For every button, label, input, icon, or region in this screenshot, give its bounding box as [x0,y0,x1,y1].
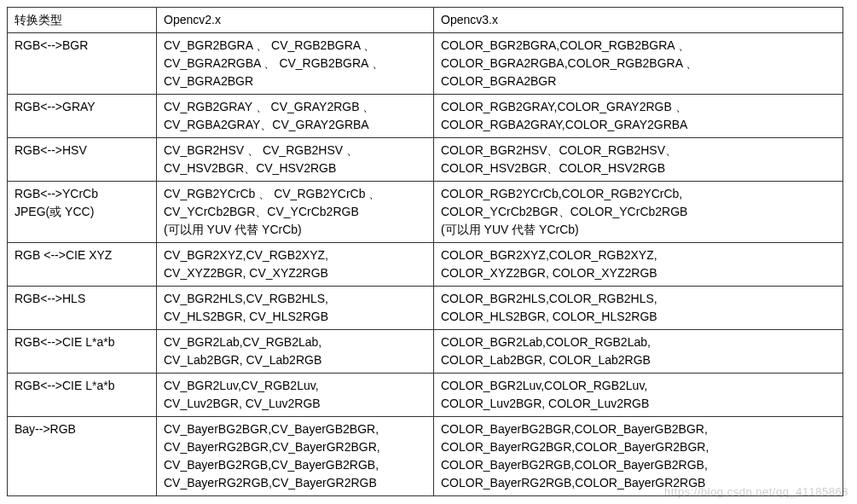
cell: COLOR_RGB2GRAY,COLOR_GRAY2RGB 、COLOR_RGB… [434,95,843,138]
table-row: RGB<-->YCrCbJPEG(或 YCC)CV_RGB2YCrCb 、 CV… [8,182,843,243]
cell-line: COLOR_BGR2HLS,COLOR_RGB2HLS, [441,290,836,308]
cell-line: COLOR_BGR2HSV、COLOR_RGB2HSV、 [441,142,836,159]
cell-line: CV_XYZ2BGR, CV_XYZ2RGB [164,264,426,282]
header-opencv3: Opencv3.x [434,8,843,33]
cell-line: CV_RGBA2GRAY、CV_GRAY2GRBA [164,116,426,134]
cell: COLOR_BGR2Lab,COLOR_RGB2Lab,COLOR_Lab2BG… [434,330,843,374]
cell: CV_BGR2HSV 、 CV_RGB2HSV 、CV_HSV2BGR、CV_H… [157,138,434,182]
cell-line: COLOR_XYZ2BGR, COLOR_XYZ2RGB [441,264,836,282]
cell-line: COLOR_YCrCb2BGR、COLOR_YCrCb2RGB [441,203,836,221]
cell: RGB<-->HSV [8,138,157,182]
cell: CV_BGR2XYZ,CV_RGB2XYZ,CV_XYZ2BGR, CV_XYZ… [157,243,434,287]
conversion-table: 转换类型 Opencv2.x Opencv3.x RGB<-->BGRCV_BG… [7,7,843,496]
cell: CV_BayerBG2BGR,CV_BayerGB2BGR,CV_BayerRG… [157,417,434,496]
table-row: RGB <-->CIE XYZCV_BGR2XYZ,CV_RGB2XYZ,CV_… [8,243,843,287]
cell-line: (可以用 YUV 代替 YCrCb) [441,221,836,239]
cell-line: CV_BayerBG2RGB,CV_BayerGB2RGB, [164,456,426,474]
cell: RGB<-->BGR [8,33,157,95]
cell: RGB<-->YCrCbJPEG(或 YCC) [8,182,157,243]
cell-line: CV_HLS2BGR, CV_HLS2RGB [164,308,426,326]
cell-line: CV_BGR2HSV 、 CV_RGB2HSV 、 [164,142,426,159]
cell: COLOR_BGR2HLS,COLOR_RGB2HLS,COLOR_HLS2BG… [434,287,843,330]
cell: CV_BGR2HLS,CV_RGB2HLS,CV_HLS2BGR, CV_HLS… [157,287,434,330]
cell: RGB <-->CIE XYZ [8,243,157,287]
cell-line: (可以用 YUV 代替 YCrCb) [164,221,426,239]
cell: CV_BGR2Luv,CV_RGB2Luv,CV_Luv2BGR, CV_Luv… [157,374,434,417]
cell-line: RGB <-->CIE XYZ [14,246,149,264]
cell: RGB<-->HLS [8,287,157,330]
cell: CV_RGB2YCrCb 、 CV_RGB2YCrCb 、CV_YCrCb2BG… [157,182,434,243]
table-body: RGB<-->BGRCV_BGR2BGRA 、 CV_RGB2BGRA 、CV_… [8,33,843,496]
cell-line: COLOR_BayerRG2RGB,COLOR_BayerGR2RGB [441,474,836,492]
cell-line: COLOR_BGR2BGRA,COLOR_RGB2BGRA 、 [441,37,836,55]
table-row: RGB<-->BGRCV_BGR2BGRA 、 CV_RGB2BGRA 、CV_… [8,33,843,95]
cell-line: Bay-->RGB [14,420,149,438]
cell: COLOR_BGR2BGRA,COLOR_RGB2BGRA 、COLOR_BGR… [434,33,843,95]
cell: COLOR_BGR2Luv,COLOR_RGB2Luv,COLOR_Luv2BG… [434,374,843,417]
cell-line: COLOR_BGR2Lab,COLOR_RGB2Lab, [441,333,836,351]
cell-line: CV_BGRA2RGBA 、 CV_RGB2BGRA 、 [164,55,426,72]
cell: RGB<-->CIE L*a*b [8,330,157,374]
cell-line: COLOR_Luv2BGR, COLOR_Luv2RGB [441,395,836,413]
table-row: Bay-->RGBCV_BayerBG2BGR,CV_BayerGB2BGR,C… [8,417,843,496]
cell: RGB<-->CIE L*a*b [8,374,157,417]
cell-line: COLOR_HSV2BGR、COLOR_HSV2RGB [441,159,836,177]
header-opencv2: Opencv2.x [157,8,434,33]
cell-line: COLOR_RGB2GRAY,COLOR_GRAY2RGB 、 [441,98,836,116]
cell: CV_RGB2GRAY 、 CV_GRAY2RGB 、CV_RGBA2GRAY、… [157,95,434,138]
cell-line: CV_BGR2BGRA 、 CV_RGB2BGRA 、 [164,37,426,55]
cell-line: CV_BGR2XYZ,CV_RGB2XYZ, [164,246,426,264]
cell-line: RGB<-->HSV [14,142,149,159]
cell-line: CV_BGRA2BGR [164,72,426,90]
cell-line: COLOR_BGRA2BGR [441,72,836,90]
cell: CV_BGR2BGRA 、 CV_RGB2BGRA 、CV_BGRA2RGBA … [157,33,434,95]
cell: Bay-->RGB [8,417,157,496]
cell-line: RGB<-->CIE L*a*b [14,377,149,395]
cell-line: CV_BayerRG2RGB,CV_BayerGR2RGB [164,474,426,492]
cell-line: CV_BGR2Luv,CV_RGB2Luv, [164,377,426,395]
cell: COLOR_BGR2XYZ,COLOR_RGB2XYZ,COLOR_XYZ2BG… [434,243,843,287]
table-header-row: 转换类型 Opencv2.x Opencv3.x [8,8,843,33]
table-row: RGB<-->HSVCV_BGR2HSV 、 CV_RGB2HSV 、CV_HS… [8,138,843,182]
cell-line: JPEG(或 YCC) [14,203,149,221]
header-type: 转换类型 [8,8,157,33]
cell-line: COLOR_RGBA2GRAY,COLOR_GRAY2GRBA [441,116,836,134]
cell-line: COLOR_BayerRG2BGR,COLOR_BayerGR2BGR, [441,438,836,456]
table-row: RGB<-->CIE L*a*bCV_BGR2Lab,CV_RGB2Lab,CV… [8,330,843,374]
cell: COLOR_RGB2YCrCb,COLOR_RGB2YCrCb,COLOR_YC… [434,182,843,243]
cell-line: CV_HSV2BGR、CV_HSV2RGB [164,159,426,177]
cell-line: CV_BayerRG2BGR,CV_BayerGR2BGR, [164,438,426,456]
cell-line: RGB<-->CIE L*a*b [14,333,149,351]
cell-line: RGB<-->YCrCb [14,185,149,203]
cell-line: RGB<-->GRAY [14,98,149,116]
table-row: RGB<-->CIE L*a*bCV_BGR2Luv,CV_RGB2Luv,CV… [8,374,843,417]
cell: COLOR_BayerBG2BGR,COLOR_BayerGB2BGR,COLO… [434,417,843,496]
cell-line: CV_BGR2Lab,CV_RGB2Lab, [164,333,426,351]
cell-line: CV_Lab2BGR, CV_Lab2RGB [164,351,426,369]
cell-line: COLOR_BGRA2RGBA,COLOR_RGB2BGRA 、 [441,55,836,72]
cell-line: CV_RGB2GRAY 、 CV_GRAY2RGB 、 [164,98,426,116]
table-row: RGB<-->HLSCV_BGR2HLS,CV_RGB2HLS,CV_HLS2B… [8,287,843,330]
cell-line: CV_BayerBG2BGR,CV_BayerGB2BGR, [164,420,426,438]
cell-line: COLOR_BayerBG2BGR,COLOR_BayerGB2BGR, [441,420,836,438]
cell-line: CV_Luv2BGR, CV_Luv2RGB [164,395,426,413]
table-row: RGB<-->GRAYCV_RGB2GRAY 、 CV_GRAY2RGB 、CV… [8,95,843,138]
cell: RGB<-->GRAY [8,95,157,138]
cell-line: CV_YCrCb2BGR、CV_YCrCb2RGB [164,203,426,221]
cell-line: COLOR_RGB2YCrCb,COLOR_RGB2YCrCb, [441,185,836,203]
cell-line: RGB<-->BGR [14,37,149,55]
cell: CV_BGR2Lab,CV_RGB2Lab,CV_Lab2BGR, CV_Lab… [157,330,434,374]
cell: COLOR_BGR2HSV、COLOR_RGB2HSV、COLOR_HSV2BG… [434,138,843,182]
cell-line: CV_RGB2YCrCb 、 CV_RGB2YCrCb 、 [164,185,426,203]
cell-line: COLOR_BayerBG2RGB,COLOR_BayerGB2RGB, [441,456,836,474]
cell-line: RGB<-->HLS [14,290,149,308]
cell-line: CV_BGR2HLS,CV_RGB2HLS, [164,290,426,308]
cell-line: COLOR_Lab2BGR, COLOR_Lab2RGB [441,351,836,369]
cell-line: COLOR_BGR2XYZ,COLOR_RGB2XYZ, [441,246,836,264]
cell-line: COLOR_HLS2BGR, COLOR_HLS2RGB [441,308,836,326]
cell-line: COLOR_BGR2Luv,COLOR_RGB2Luv, [441,377,836,395]
